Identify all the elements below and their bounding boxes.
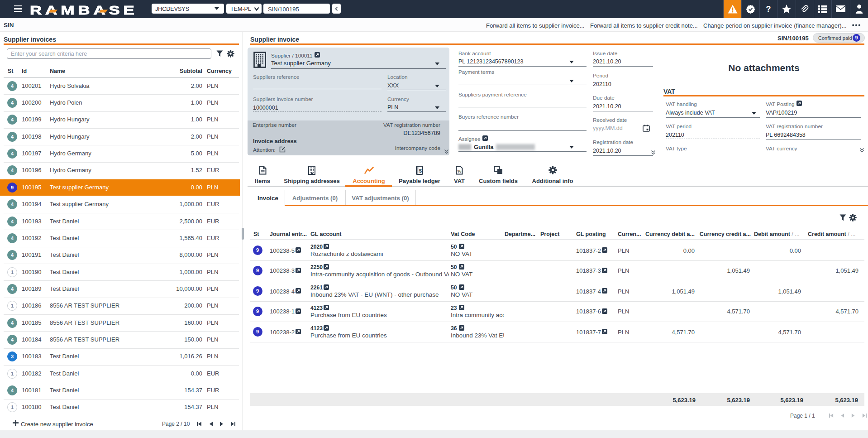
svg-text:%: % [458, 168, 462, 173]
svg-text:$: $ [419, 168, 422, 173]
